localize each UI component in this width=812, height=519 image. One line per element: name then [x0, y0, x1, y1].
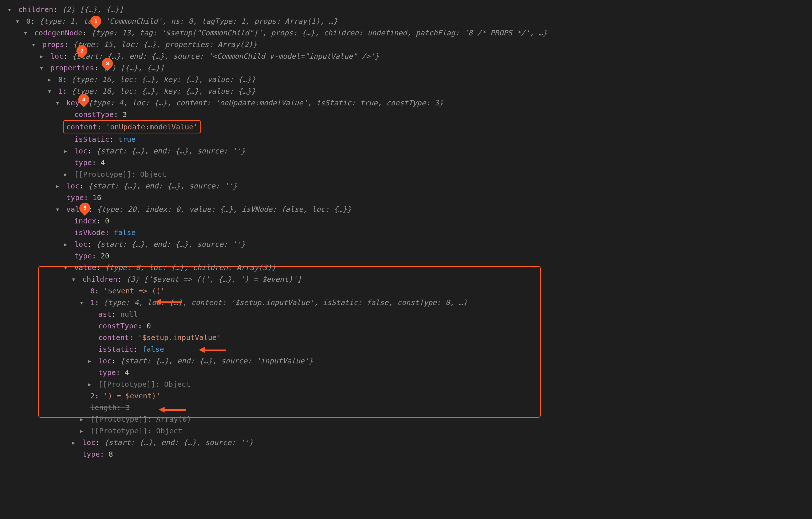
chevron-down-icon[interactable]: ▾ — [23, 27, 30, 39]
tree-row: type: 4 — [0, 367, 812, 378]
tree-row[interactable]: ▾ value: {type: 20, index: 0, value: {…}… — [0, 203, 812, 215]
chevron-down-icon[interactable]: ▾ — [31, 39, 38, 50]
chevron-down-icon[interactable]: ▾ — [63, 262, 70, 273]
chevron-right-icon[interactable]: ▸ — [87, 355, 94, 367]
chevron-right-icon[interactable]: ▸ — [87, 378, 94, 390]
tree-row: isVNode: false — [0, 227, 812, 238]
chevron-right-icon[interactable]: ▸ — [63, 145, 70, 157]
tree-row[interactable]: ▸ loc: {start: {…}, end: {…}, source: ''… — [0, 145, 812, 157]
tree-row[interactable]: ▸ [[Prototype]]: Array(0) — [0, 413, 812, 425]
tree-row[interactable]: ▾ props: {type: 15, loc: {…}, properties… — [0, 39, 812, 50]
tree-row: index: 0 — [0, 215, 812, 227]
chevron-down-icon[interactable]: ▾ — [15, 15, 22, 27]
tree-row[interactable]: ▸ 0: {type: 16, loc: {…}, key: {…}, valu… — [0, 74, 812, 85]
tree-row: length: 3 — [0, 402, 812, 413]
tree-row-highlighted: content: 'onUpdate:modelValue' — [0, 120, 812, 133]
chevron-right-icon[interactable]: ▸ — [55, 180, 62, 192]
tree-row[interactable]: ▸ loc: {start: {…}, end: {…}, source: '<… — [0, 50, 812, 62]
tree-row[interactable]: ▸ [[Prototype]]: Object — [0, 378, 812, 390]
tree-row[interactable]: ▸ [[Prototype]]: Object — [0, 425, 812, 437]
tree-row: type: 8 — [0, 448, 812, 460]
chevron-right-icon[interactable]: ▸ — [71, 437, 78, 448]
tree-row[interactable]: ▸ loc: {start: {…}, end: {…}, source: ''… — [0, 437, 812, 448]
tree-row[interactable]: ▸ loc: {start: {…}, end: {…}, source: ''… — [0, 238, 812, 250]
chevron-down-icon[interactable]: ▾ — [71, 273, 78, 285]
chevron-down-icon[interactable]: ▾ — [55, 203, 62, 215]
chevron-down-icon[interactable]: ▾ — [39, 62, 46, 74]
tree-row[interactable]: ▾ key: {type: 4, loc: {…}, content: 'onU… — [0, 97, 812, 109]
tree-row: ast: null — [0, 308, 812, 320]
chevron-right-icon[interactable]: ▸ — [79, 425, 86, 437]
tree-row: isStatic: true — [0, 133, 812, 145]
chevron-right-icon[interactable]: ▸ — [63, 168, 70, 180]
tree-row[interactable]: ▾ value: {type: 8, loc: {…}, children: A… — [0, 262, 812, 273]
chevron-down-icon[interactable]: ▾ — [47, 85, 54, 97]
tree-row[interactable]: ▾ 1: {type: 4, loc: {…}, content: '$setu… — [0, 297, 812, 308]
tree-row[interactable]: ▾ 0: {type: 1, tag: 'CommonChild', ns: 0… — [0, 15, 812, 27]
tree-row: content: '$setup.inputValue' — [0, 332, 812, 343]
tree-row: 0: '$event => ((' — [0, 285, 812, 297]
tree-row[interactable]: ▾ 1: {type: 16, loc: {…}, key: {…}, valu… — [0, 85, 812, 97]
tree-row[interactable]: ▾ codegenNode: {type: 13, tag: '$setup["… — [0, 27, 812, 39]
tree-row: isStatic: false — [0, 343, 812, 355]
tree-row: type: 20 — [0, 250, 812, 262]
tree-row: type: 16 — [0, 192, 812, 203]
tree-row: type: 4 — [0, 157, 812, 168]
chevron-right-icon[interactable]: ▸ — [39, 50, 46, 62]
tree-row[interactable]: ▾ properties: (2) [{…}, {…}] — [0, 62, 812, 74]
tree-row: constType: 3 — [0, 109, 812, 120]
chevron-down-icon[interactable]: ▾ — [55, 97, 62, 109]
tree-row[interactable]: ▾ children: (2) [{…}, {…}] — [0, 4, 812, 15]
chevron-down-icon[interactable]: ▾ — [79, 297, 86, 308]
tree-row: 2: ') = $event)' — [0, 390, 812, 402]
tree-row[interactable]: ▸ loc: {start: {…}, end: {…}, source: ''… — [0, 180, 812, 192]
tree-row: constType: 0 — [0, 320, 812, 332]
tree-row[interactable]: ▸ [[Prototype]]: Object — [0, 168, 812, 180]
chevron-right-icon[interactable]: ▸ — [79, 413, 86, 425]
chevron-right-icon[interactable]: ▸ — [47, 74, 54, 85]
tree-row[interactable]: ▸ loc: {start: {…}, end: {…}, source: 'i… — [0, 355, 812, 367]
chevron-right-icon[interactable]: ▸ — [63, 238, 70, 250]
chevron-down-icon[interactable]: ▾ — [7, 4, 14, 15]
tree-row[interactable]: ▾ children: (3) ['$event => ((', {…}, ')… — [0, 273, 812, 285]
